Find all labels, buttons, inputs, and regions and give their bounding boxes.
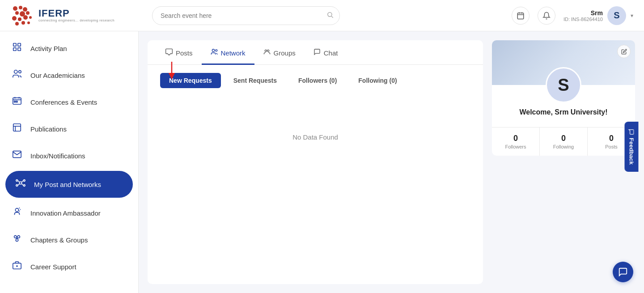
arrow-svg — [163, 62, 181, 80]
our-academicians-icon — [11, 69, 23, 81]
svg-point-8 — [23, 15, 28, 20]
stat-label-following: Following — [543, 144, 584, 149]
profile-avatar: S — [546, 67, 581, 103]
user-id: ID: INS-86264410 — [564, 17, 603, 22]
tab-chat[interactable]: Chat — [305, 40, 347, 65]
chat-bubble-icon — [618, 267, 628, 277]
career-support-icon — [11, 260, 23, 273]
header-actions: Srm ID: INS-86264410 S ▾ — [512, 6, 633, 25]
sidebar-item-chapters-groups[interactable]: Chapters & Groups — [0, 226, 138, 253]
svg-rect-27 — [16, 101, 17, 102]
svg-rect-28 — [13, 124, 21, 132]
sidebar-item-activity-plan[interactable]: Activity Plan — [0, 35, 138, 62]
tab-label-posts: Posts — [176, 49, 193, 57]
svg-point-2 — [23, 7, 27, 12]
tabs-bar: Posts Network Groups Chat — [148, 40, 483, 65]
svg-point-49 — [212, 49, 214, 51]
innovation-ambassador-icon — [11, 207, 23, 219]
svg-point-33 — [23, 180, 25, 182]
avatar: S — [607, 6, 626, 25]
profile-edit-button[interactable] — [617, 45, 631, 58]
svg-rect-19 — [13, 43, 16, 46]
publications-icon — [11, 123, 23, 135]
svg-point-10 — [15, 22, 19, 25]
user-name: Srm — [564, 9, 603, 17]
sidebar-label-publications: Publications — [30, 125, 67, 133]
svg-point-5 — [26, 11, 30, 15]
network-tab-icon — [211, 48, 218, 57]
svg-point-35 — [23, 185, 25, 187]
sidebar-label-inbox-notifications: Inbox/Notifications — [30, 152, 85, 160]
svg-point-11 — [21, 21, 25, 25]
logo-text: IFERP connecting engineers... developing… — [38, 8, 114, 22]
posts-tab-icon — [165, 48, 173, 57]
svg-rect-15 — [517, 13, 524, 19]
sub-tab-sent-requests[interactable]: Sent Requests — [225, 73, 286, 88]
main-content: Posts Network Groups Chat — [139, 31, 644, 293]
groups-tab-icon — [263, 48, 271, 57]
sub-tabs-bar: New RequestsSent RequestsFollowers (0)Fo… — [148, 65, 483, 93]
svg-line-36 — [18, 181, 20, 183]
svg-line-38 — [18, 183, 20, 185]
welcome-text: Welcome, Srm University! — [499, 108, 628, 116]
sidebar-item-our-academicians[interactable]: Our Academicians — [0, 62, 138, 89]
center-panel: Posts Network Groups Chat — [148, 40, 483, 284]
svg-line-14 — [331, 16, 333, 18]
svg-point-23 — [14, 70, 17, 73]
sub-tab-following[interactable]: Following (0) — [349, 73, 406, 88]
sidebar-item-publications[interactable]: Publications — [0, 115, 138, 142]
sidebar-label-my-post-networks: My Post and Networks — [34, 181, 101, 188]
logo-subtitle: connecting engineers... developing resea… — [38, 18, 114, 22]
feedback-button[interactable]: Feedback — [625, 122, 639, 172]
sidebar-item-career-support[interactable]: Career Support — [0, 253, 138, 280]
sidebar-label-career-support: Career Support — [30, 263, 76, 271]
chapters-groups-icon — [11, 234, 23, 246]
sidebar-item-inbox-notifications[interactable]: Inbox/Notifications — [0, 142, 138, 169]
svg-point-1 — [19, 6, 22, 9]
sidebar-item-innovation-ambassador[interactable]: Innovation Ambassador — [0, 200, 138, 226]
tab-label-network: Network — [221, 49, 246, 57]
svg-point-6 — [12, 16, 17, 21]
svg-rect-21 — [13, 48, 16, 51]
user-info[interactable]: Srm ID: INS-86264410 S ▾ — [564, 6, 633, 25]
right-panel: S Welcome, Srm University! 0 Followers 0… — [492, 40, 635, 284]
bell-icon — [542, 12, 551, 20]
stat-num-following: 0 — [543, 134, 584, 143]
svg-point-3 — [15, 11, 19, 15]
tab-network[interactable]: Network — [202, 40, 254, 65]
svg-line-37 — [21, 181, 24, 183]
svg-point-40 — [15, 208, 18, 212]
svg-rect-20 — [18, 43, 21, 46]
tab-groups[interactable]: Groups — [254, 40, 305, 65]
sidebar-label-activity-plan: Activity Plan — [30, 45, 67, 52]
bell-button[interactable] — [538, 7, 555, 25]
stat-num-followers: 0 — [496, 134, 536, 143]
stat-following: 0 Following — [540, 127, 588, 156]
stat-followers: 0 Followers — [492, 127, 540, 156]
tab-label-groups: Groups — [274, 49, 296, 57]
chevron-down-icon: ▾ — [631, 13, 633, 19]
calendar-button[interactable] — [512, 7, 530, 25]
my-post-networks-icon — [14, 178, 27, 191]
search-bar[interactable] — [152, 6, 340, 25]
svg-point-43 — [16, 239, 18, 242]
svg-rect-22 — [18, 48, 21, 51]
profile-stats: 0 Followers 0 Following 0 Posts — [492, 127, 635, 156]
svg-point-12 — [27, 21, 30, 24]
conferences-events-icon — [11, 96, 23, 108]
logo-area: IFERP connecting engineers... developing… — [11, 4, 145, 27]
svg-line-39 — [21, 183, 24, 185]
body-wrap: Activity Plan Our Academicians Conferenc… — [0, 31, 644, 293]
sidebar-label-innovation-ambassador: Innovation Ambassador — [30, 209, 101, 217]
sidebar-label-conferences-events: Conferences & Events — [30, 98, 97, 106]
sidebar-item-my-post-networks[interactable]: My Post and Networks — [5, 171, 133, 198]
sidebar-item-conferences-events[interactable]: Conferences & Events — [0, 89, 138, 115]
sub-tab-followers[interactable]: Followers (0) — [289, 73, 346, 88]
content-area: No Data Found — [148, 93, 483, 182]
svg-point-7 — [18, 17, 21, 21]
profile-avatar-wrap: S — [492, 67, 635, 103]
chat-fab-button[interactable] — [613, 262, 633, 282]
activity-plan-icon — [11, 42, 23, 55]
search-input[interactable] — [152, 6, 340, 25]
stat-label-followers: Followers — [496, 144, 536, 149]
